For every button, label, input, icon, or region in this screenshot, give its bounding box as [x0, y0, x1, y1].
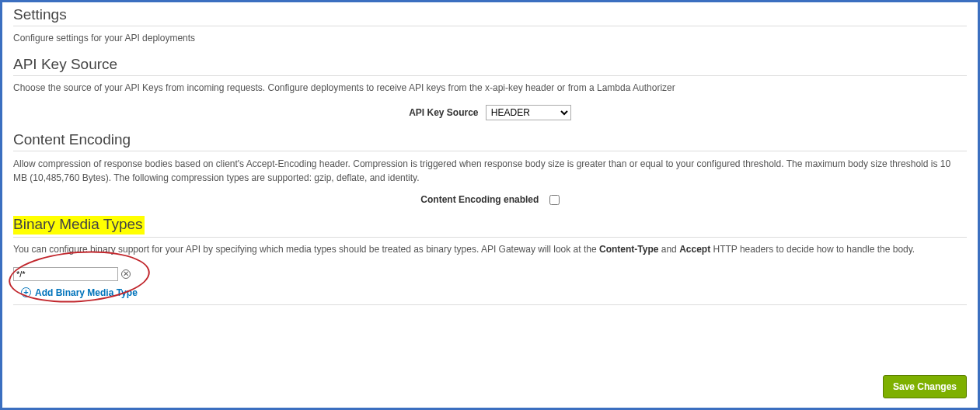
- content-encoding-description: Allow compression of response bodies bas…: [13, 158, 967, 185]
- text-fragment: and: [658, 244, 679, 255]
- content-encoding-title: Content Encoding: [13, 131, 967, 148]
- api-key-source-description: Choose the source of your API Keys from …: [13, 82, 967, 95]
- api-key-source-title: API Key Source: [13, 56, 967, 73]
- text-fragment: You can configure binary support for you…: [13, 244, 599, 255]
- binary-media-description: You can configure binary support for you…: [13, 244, 967, 256]
- text-strong: Content-Type: [599, 244, 658, 255]
- text-fragment: HTTP headers to decide how to handle the…: [710, 244, 915, 255]
- content-encoding-row: Content Encoding enabled: [13, 194, 967, 205]
- content-encoding-label: Content Encoding enabled: [420, 194, 539, 205]
- binary-media-types-title-text: Binary Media Types: [13, 216, 145, 235]
- remove-icon[interactable]: ✕: [121, 269, 131, 279]
- api-key-source-row: API Key Source HEADER: [13, 105, 967, 120]
- binary-media-input-row: ✕: [13, 267, 967, 281]
- settings-title: Settings: [13, 6, 967, 23]
- add-binary-media-type-link[interactable]: + Add Binary Media Type: [21, 287, 138, 298]
- divider: [13, 75, 967, 76]
- content-encoding-checkbox[interactable]: [549, 195, 560, 205]
- binary-media-types-title: Binary Media Types: [13, 216, 967, 235]
- text-strong: Accept: [679, 244, 710, 255]
- binary-media-type-input[interactable]: [13, 267, 118, 281]
- api-key-source-select[interactable]: HEADER: [486, 105, 571, 120]
- divider: [13, 304, 967, 305]
- add-binary-media-type-label: Add Binary Media Type: [35, 287, 138, 298]
- api-key-source-label: API Key Source: [409, 107, 478, 118]
- plus-icon: +: [21, 287, 31, 297]
- divider: [13, 26, 967, 26]
- save-changes-button[interactable]: Save Changes: [883, 375, 967, 398]
- settings-description: Configure settings for your API deployme…: [13, 33, 967, 45]
- divider: [13, 151, 967, 151]
- divider: [13, 237, 967, 238]
- settings-panel: Settings Configure settings for your API…: [0, 0, 980, 410]
